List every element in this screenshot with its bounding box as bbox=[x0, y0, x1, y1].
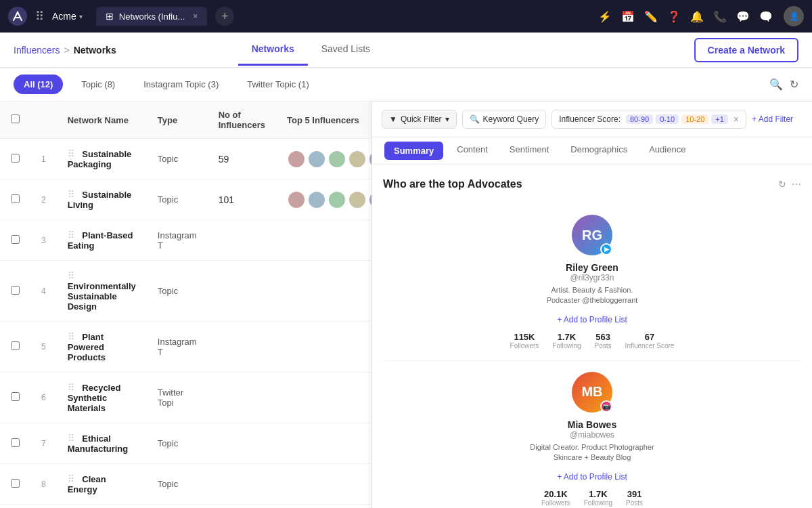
score-tag-3[interactable]: 10-20 bbox=[681, 114, 708, 124]
refresh-icon[interactable]: ↻ bbox=[790, 78, 798, 91]
row-checkbox bbox=[0, 261, 30, 322]
drag-icon: ⠿ bbox=[68, 331, 74, 342]
drag-icon: ⠿ bbox=[68, 230, 74, 240]
lightning-icon[interactable]: ⚡ bbox=[598, 10, 612, 23]
table-row[interactable]: 2 ⠿ Sustainable Living Topic 101 bbox=[0, 179, 372, 220]
select-all-checkbox[interactable] bbox=[11, 114, 20, 123]
subheader: Influencers > Networks Networks Saved Li… bbox=[0, 33, 812, 68]
score-tag-1[interactable]: 80-90 bbox=[626, 114, 653, 124]
filter-bar: All (12) Topic (8) Instagram Topic (3) T… bbox=[0, 68, 812, 102]
panel-tab-audience[interactable]: Audience bbox=[638, 137, 696, 164]
dropdown-icon: ▾ bbox=[445, 114, 449, 124]
advocates-actions: ↻ ⋯ bbox=[778, 179, 801, 190]
breadcrumb: Influencers > Networks bbox=[14, 45, 116, 56]
drag-icon: ⠿ bbox=[68, 270, 74, 281]
create-network-button[interactable]: Create a Network bbox=[694, 38, 798, 62]
clear-score-icon[interactable]: × bbox=[734, 114, 739, 125]
top-influencers bbox=[276, 179, 372, 220]
bell-icon[interactable]: 🔔 bbox=[690, 10, 704, 23]
table-row[interactable]: 7 ⠿ Ethical Manufacturing Topic bbox=[0, 423, 372, 464]
help-icon[interactable]: ❓ bbox=[667, 10, 681, 23]
row-select-checkbox[interactable] bbox=[11, 479, 20, 488]
filter-all[interactable]: All (12) bbox=[14, 75, 63, 94]
brand-selector[interactable]: Acme ▾ bbox=[52, 11, 83, 22]
edit-icon[interactable]: ✏️ bbox=[644, 10, 658, 23]
score-tag-4[interactable]: +1 bbox=[711, 114, 728, 124]
phone-icon[interactable]: 📞 bbox=[713, 10, 727, 23]
network-type: Topic bbox=[147, 423, 208, 464]
panel-filter-row: ▼ Quick Filter ▾ 🔍 Keyword Query Influen… bbox=[372, 102, 812, 137]
col-influencer-count[interactable]: No of Influencers bbox=[208, 102, 276, 139]
table-row[interactable]: 3 ⠿ Plant-Based Eating Instagram T bbox=[0, 220, 372, 261]
advocate-name-2: Mia Bowes bbox=[394, 419, 790, 430]
chat-icon[interactable]: 💬 bbox=[736, 10, 750, 23]
filter-topic[interactable]: Topic (8) bbox=[71, 75, 125, 94]
panel-tab-demographics[interactable]: Demographics bbox=[560, 137, 638, 164]
table-row[interactable]: 1 ⠿ Sustainable Packaging Topic 59 bbox=[0, 139, 372, 179]
add-to-profile-list-2[interactable]: + Add to Profile List bbox=[557, 472, 627, 482]
row-checkbox bbox=[0, 423, 30, 464]
top-influencers bbox=[276, 322, 372, 373]
influencer-count bbox=[208, 322, 276, 373]
row-select-checkbox[interactable] bbox=[11, 194, 20, 203]
network-name: Plant-Based Eating bbox=[68, 230, 133, 251]
search-icon: 🔍 bbox=[470, 114, 480, 124]
row-select-checkbox[interactable] bbox=[11, 392, 20, 401]
chevron-down-icon: ▾ bbox=[79, 13, 83, 20]
row-select-checkbox[interactable] bbox=[11, 154, 20, 163]
table-row[interactable]: 6 ⠿ Recycled Synthetic Materials Twitter… bbox=[0, 373, 372, 423]
network-name: Ethical Manufacturing bbox=[68, 433, 129, 454]
avatar-4 bbox=[348, 190, 367, 209]
row-select-checkbox[interactable] bbox=[11, 438, 20, 447]
row-select-checkbox[interactable] bbox=[11, 235, 20, 244]
advocates-title: Who are the top Advocates bbox=[383, 178, 522, 190]
col-number bbox=[30, 102, 57, 139]
panel-tab-sentiment[interactable]: Sentiment bbox=[499, 137, 560, 164]
panel-tab-content[interactable]: Content bbox=[446, 137, 499, 164]
more-options-icon[interactable]: ⋯ bbox=[792, 179, 801, 190]
stat-posts-1: 563 Posts bbox=[595, 332, 612, 350]
grid-icon[interactable]: ⠿ bbox=[35, 9, 44, 24]
filter-twitter-topic[interactable]: Twitter Topic (1) bbox=[237, 75, 319, 94]
row-select-checkbox[interactable] bbox=[11, 341, 20, 350]
top-influencers bbox=[276, 373, 372, 423]
row-number: 2 bbox=[30, 179, 57, 220]
row-select-checkbox[interactable] bbox=[11, 286, 20, 295]
search-icon[interactable]: 🔍 bbox=[769, 78, 783, 91]
stats-row-1: 115K Followers 1.7K Following 563 Posts … bbox=[394, 332, 790, 350]
score-tag-2[interactable]: 0-10 bbox=[656, 114, 679, 124]
network-type: Instagram T bbox=[147, 220, 208, 261]
filter-instagram-topic[interactable]: Instagram Topic (3) bbox=[133, 75, 229, 94]
user-avatar[interactable]: 👤 bbox=[784, 6, 804, 26]
row-number: 7 bbox=[30, 423, 57, 464]
message-icon[interactable]: 🗨️ bbox=[759, 10, 773, 23]
tab-saved-lists[interactable]: Saved Lists bbox=[308, 34, 384, 66]
topbar-icons: ⚡ 📅 ✏️ ❓ 🔔 📞 💬 🗨️ bbox=[598, 10, 773, 23]
quick-filter-button[interactable]: ▼ Quick Filter ▾ bbox=[382, 110, 457, 129]
calendar-icon[interactable]: 📅 bbox=[621, 10, 635, 23]
nav-tabs: Networks Saved Lists bbox=[238, 34, 384, 66]
add-to-profile-list-1[interactable]: + Add to Profile List bbox=[557, 315, 627, 324]
col-network-name[interactable]: Network Name bbox=[57, 102, 147, 139]
table-row[interactable]: 4 ⠿ Environmentally Sustainable Design T… bbox=[0, 261, 372, 322]
panel-tab-summary[interactable]: Summary bbox=[384, 142, 443, 160]
tab-networks[interactable]: Networks bbox=[238, 34, 308, 66]
table-row[interactable]: 8 ⠿ Clean Energy Topic bbox=[0, 464, 372, 505]
row-number: 3 bbox=[30, 220, 57, 261]
add-filter-button[interactable]: + Add Filter bbox=[752, 114, 793, 124]
col-top-influencers[interactable]: Top 5 Influencers bbox=[276, 102, 372, 139]
top-influencers bbox=[276, 220, 372, 261]
active-tab[interactable]: ⊞ Networks (Influ... × bbox=[96, 7, 208, 26]
close-tab-icon[interactable]: × bbox=[193, 12, 198, 21]
stat-following-2: 1.7K Following bbox=[584, 489, 612, 507]
table-row[interactable]: 5 ⠿ Plant Powered Products Instagram T bbox=[0, 322, 372, 373]
panel-content: Who are the top Advocates ↻ ⋯ RG ▶ Riley… bbox=[372, 165, 812, 508]
top-influencers bbox=[276, 464, 372, 505]
add-tab-button[interactable]: + bbox=[215, 7, 234, 26]
col-type[interactable]: Type bbox=[147, 102, 208, 139]
breadcrumb-separator: > bbox=[64, 45, 69, 56]
avatar-4 bbox=[348, 150, 367, 169]
keyword-query-button[interactable]: 🔍 Keyword Query bbox=[462, 110, 547, 129]
refresh-advocates-icon[interactable]: ↻ bbox=[778, 179, 786, 190]
topbar: ⠿ Acme ▾ ⊞ Networks (Influ... × + ⚡ 📅 ✏️… bbox=[0, 0, 812, 33]
